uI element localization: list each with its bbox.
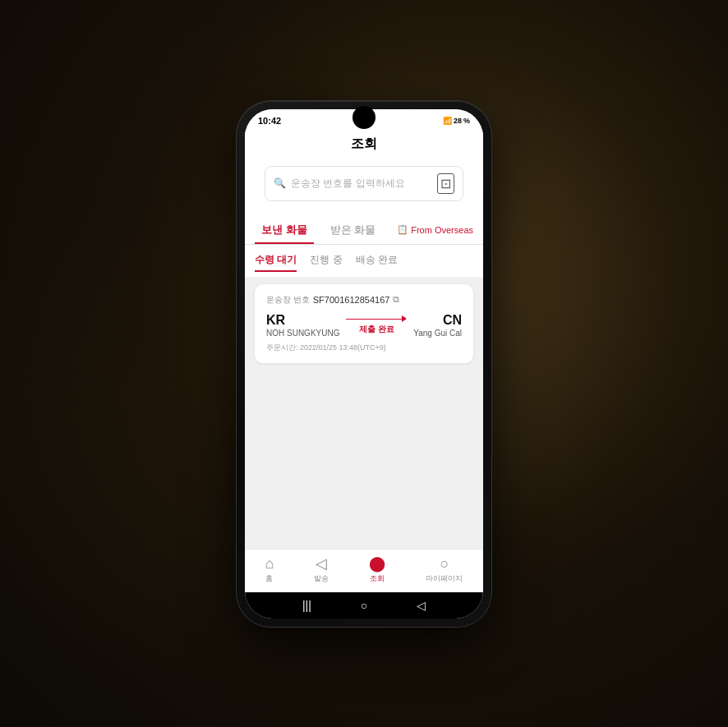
android-back[interactable]: ||| [302,599,311,612]
overseas-label: From Overseas [411,225,473,235]
android-recents[interactable]: ◁ [417,599,426,612]
phone-shell: 10:42 📶 28 % 조회 🔍 운송장 번호를 [237,101,491,627]
arrow-line [346,315,407,322]
route-to: CN Yang Gui Cal [413,314,462,338]
scan-icon[interactable]: ⊡ [437,173,454,194]
send-icon: ◁ [316,555,327,572]
tracking-row: 운송장 번호 SF7001612854167 ⧉ [266,294,462,306]
signal-strength: 28 [454,117,462,125]
to-country: CN [443,314,462,327]
package-card[interactable]: 운송장 번호 SF7001612854167 ⧉ KR NOH SUNGKYUN… [255,284,473,363]
from-country: KR [266,314,339,327]
search-icon: 🔍 [274,177,286,189]
shipment-status: 제출 완료 [359,324,394,335]
route-from: KR NOH SUNGKYUNG [266,314,339,338]
android-home[interactable]: ○ [361,599,367,612]
subtab-waiting[interactable]: 수령 대기 [255,250,297,272]
subtab-completed[interactable]: 배송 완료 [356,250,398,272]
nav-home[interactable]: ⌂ 홈 [265,556,274,584]
status-icons-text: 📶 [443,117,452,125]
card-route: KR NOH SUNGKYUNG 제출 완료 [266,314,462,338]
phone-screen: 10:42 📶 28 % 조회 🔍 운송장 번호를 [245,109,483,619]
app-content: 조회 🔍 운송장 번호를 입력하세요 ⊡ 보낸 화물 받 [245,129,483,592]
arrow-head [402,315,407,322]
sub-tabs: 수령 대기 진행 중 배송 완료 [245,245,483,278]
tab-sent[interactable]: 보낸 화물 [255,214,314,244]
tracking-label: 운송장 번호 [266,294,310,306]
nav-lookup-label: 조회 [370,573,385,584]
copy-icon[interactable]: ⧉ [393,294,399,305]
nav-lookup[interactable]: ⬤ 조회 [369,556,385,584]
nav-send-label: 발송 [314,573,329,584]
search-placeholder: 운송장 번호를 입력하세요 [291,177,437,191]
nav-send[interactable]: ◁ 발송 [314,556,329,584]
status-right: 📶 28 % [443,117,470,125]
route-center: 제출 완료 [346,315,407,335]
android-nav: ||| ○ ◁ [245,592,483,619]
main-tabs: 보낸 화물 받은 화물 📋 From Overseas [245,214,483,245]
tab-overseas[interactable]: 📋 From Overseas [397,216,473,242]
from-name: NOH SUNGKYUNG [266,329,339,338]
home-icon: ⌂ [265,555,274,572]
page-title: 조회 [351,136,377,150]
subtab-in-progress[interactable]: 진행 중 [310,250,342,272]
bottom-nav: ⌂ 홈 ◁ 발송 ⬤ 조회 [245,549,483,592]
overseas-icon: 📋 [397,224,408,235]
nav-mypage[interactable]: ○ 마이페이지 [426,556,463,584]
camera-cutout [352,109,376,129]
to-name: Yang Gui Cal [413,329,462,338]
nav-home-label: 홈 [265,573,273,584]
nav-mypage-label: 마이페이지 [426,573,463,584]
mypage-icon: ○ [440,555,449,572]
tracking-number: SF7001612854167 [313,295,390,305]
lookup-icon: ⬤ [369,555,385,572]
tab-received[interactable]: 받은 화물 [324,214,383,244]
card-area: 운송장 번호 SF7001612854167 ⧉ KR NOH SUNGKYUN… [245,278,483,549]
status-time: 10:42 [258,116,281,126]
search-bar[interactable]: 🔍 운송장 번호를 입력하세요 ⊡ [265,166,463,201]
app-header: 조회 [245,129,483,159]
phone-wrapper: 10:42 📶 28 % 조회 🔍 운송장 번호를 [237,101,491,627]
order-time: 주문시간: 2022/01/25 13:48(UTC+9) [266,343,462,353]
route-line [346,319,402,320]
status-bar: 10:42 📶 28 % [245,109,483,129]
